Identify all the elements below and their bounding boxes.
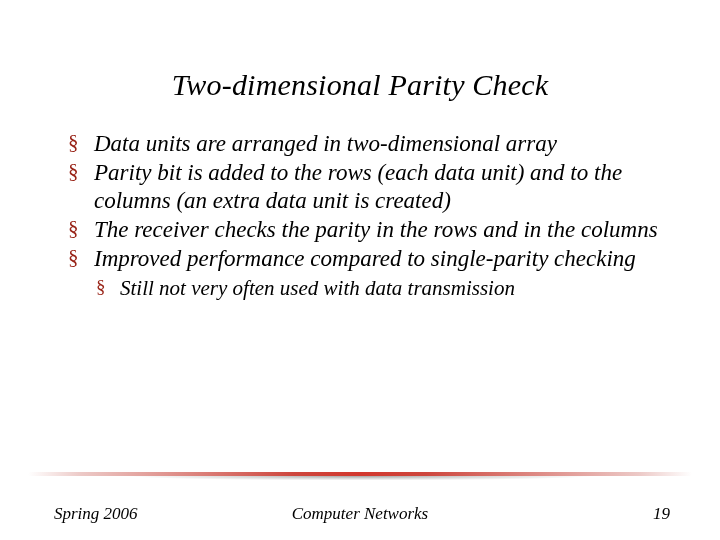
slide-title: Two-dimensional Parity Check bbox=[0, 0, 720, 130]
footer-divider bbox=[0, 472, 720, 484]
sub-bullet-item: Still not very often used with data tran… bbox=[94, 275, 658, 301]
sub-bullet-text: Still not very often used with data tran… bbox=[120, 276, 515, 300]
slide-content: Data units are arranged in two-dimension… bbox=[0, 130, 720, 301]
bullet-item: The receiver checks the parity in the ro… bbox=[62, 216, 658, 244]
bullet-text: Data units are arranged in two-dimension… bbox=[94, 131, 557, 156]
divider-shadow bbox=[50, 476, 670, 482]
bullet-text: The receiver checks the parity in the ro… bbox=[94, 217, 658, 242]
bullet-list: Data units are arranged in two-dimension… bbox=[62, 130, 658, 301]
bullet-item: Improved performance compared to single-… bbox=[62, 245, 658, 301]
bullet-text: Parity bit is added to the rows (each da… bbox=[94, 160, 622, 213]
slide: Two-dimensional Parity Check Data units … bbox=[0, 0, 720, 540]
bullet-item: Parity bit is added to the rows (each da… bbox=[62, 159, 658, 215]
sub-bullet-list: Still not very often used with data tran… bbox=[94, 275, 658, 301]
footer-page-number: 19 bbox=[653, 504, 670, 524]
bullet-item: Data units are arranged in two-dimension… bbox=[62, 130, 658, 158]
footer-left: Spring 2006 bbox=[54, 504, 138, 524]
bullet-text: Improved performance compared to single-… bbox=[94, 246, 636, 271]
footer: Spring 2006 Computer Networks 19 bbox=[0, 504, 720, 524]
